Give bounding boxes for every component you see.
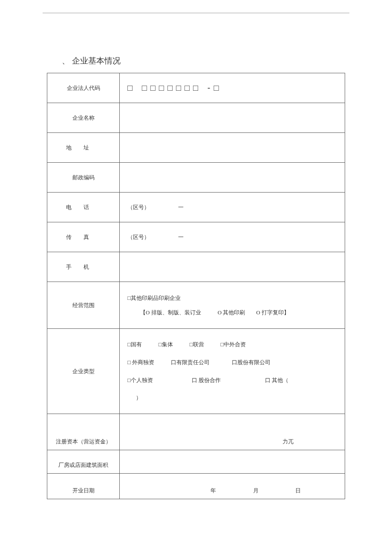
scope-line1: □其他印刷品印刷企业 — [127, 291, 340, 305]
label-name: 企业名称 — [47, 103, 120, 133]
mb-a: 手 — [66, 264, 84, 270]
label-type: 企业类型 — [47, 329, 120, 414]
opened-m: 月 — [253, 487, 259, 494]
phone-dash: 一 — [178, 204, 184, 210]
value-opened: 年 月 日 — [120, 474, 345, 499]
value-capital: 力兀 — [120, 414, 345, 450]
row-phone: 电话 （区号） 一 — [47, 193, 345, 222]
phone-prefix: （区号） — [127, 204, 150, 210]
value-type: □国有 □集体 □联营 □中外合资 □ 外商独资 口有限责任公司 口股份有限公司… — [120, 329, 345, 414]
addr-b: 址 — [84, 144, 101, 151]
enterprise-table: 企业法人代码 □ □□□□□□□ -□ 企业名称 地址 邮政编码 电话 （区号） — [47, 73, 345, 499]
header-rule — [43, 13, 349, 13]
ph-a: 电 — [66, 204, 84, 210]
mb-b: 机 — [84, 264, 101, 270]
value-legal-code: □ □□□□□□□ -□ — [120, 73, 345, 103]
type-line3: □个人独资 口 股份合作 口 其他（ — [127, 371, 340, 389]
label-address: 地址 — [47, 133, 120, 163]
scope-line2: 【O 排版、制版、装订业 O 其他印刷 O 打字复印】 — [127, 305, 340, 320]
section-title: 、 企业基本情况 — [47, 0, 345, 73]
label-legal-code: 企业法人代码 — [47, 73, 120, 103]
row-capital: 注册资本（营运资金） 力兀 — [47, 414, 345, 450]
opened-d: 日 — [295, 487, 301, 494]
label-opened: 开业日期 — [47, 474, 120, 499]
addr-a: 地 — [66, 144, 84, 151]
type-line1: □国有 □集体 □联营 □中外合资 — [127, 336, 340, 354]
row-scope: 经营范围 □其他印刷品印刷企业 【O 排版、制版、装订业 O 其他印刷 O 打字… — [47, 282, 345, 329]
value-area — [120, 450, 345, 474]
row-fax: 传真 （区号） 一 — [47, 222, 345, 252]
row-mobile: 手机 — [47, 252, 345, 282]
value-phone: （区号） 一 — [120, 193, 345, 222]
row-address: 地址 — [47, 133, 345, 163]
code-boxes: □ □□□□□□□ -□ — [127, 83, 222, 92]
value-name — [120, 103, 345, 133]
row-type: 企业类型 □国有 □集体 □联营 □中外合资 □ 外商独资 口有限责任公司 口股… — [47, 329, 345, 414]
label-postal: 邮政编码 — [47, 163, 120, 193]
row-area: 厂房或店面建筑面积 — [47, 450, 345, 474]
row-name: 企业名称 — [47, 103, 345, 133]
capital-unit: 力兀 — [282, 438, 294, 445]
label-area: 厂房或店面建筑面积 — [47, 450, 120, 474]
row-postal: 邮政编码 — [47, 163, 345, 193]
label-mobile: 手机 — [47, 252, 120, 282]
ph-b: 话 — [84, 204, 101, 210]
value-postal — [120, 163, 345, 193]
label-phone: 电话 — [47, 193, 120, 222]
value-fax: （区号） 一 — [120, 222, 345, 252]
row-legal-code: 企业法人代码 □ □□□□□□□ -□ — [47, 73, 345, 103]
opened-y: 年 — [210, 487, 216, 494]
label-scope: 经营范围 — [47, 282, 120, 329]
value-address — [120, 133, 345, 163]
type-line4: ） — [127, 389, 340, 407]
fx-b: 真 — [84, 234, 101, 240]
label-capital: 注册资本（营运资金） — [47, 414, 120, 450]
label-fax: 传真 — [47, 222, 120, 252]
fax-dash: 一 — [178, 234, 184, 240]
fx-a: 传 — [66, 234, 84, 240]
value-mobile — [120, 252, 345, 282]
fax-prefix: （区号） — [127, 234, 150, 240]
value-scope: □其他印刷品印刷企业 【O 排版、制版、装订业 O 其他印刷 O 打字复印】 — [120, 282, 345, 329]
row-opened: 开业日期 年 月 日 — [47, 474, 345, 499]
type-line2: □ 外商独资 口有限责任公司 口股份有限公司 — [127, 354, 340, 371]
